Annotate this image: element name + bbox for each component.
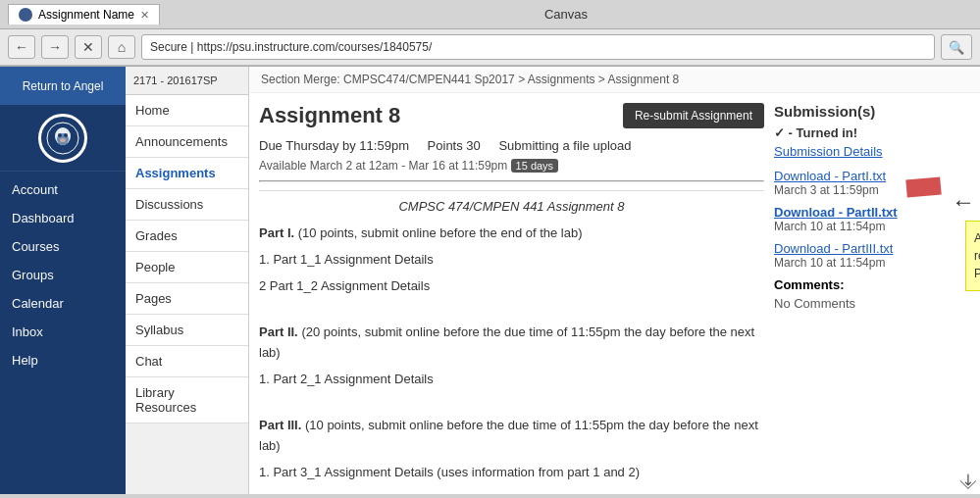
submitting-type: Submitting a file upload [498,138,631,153]
red-block-annotation [905,177,941,198]
penn-state-logo [0,106,126,172]
course-nav-announcements[interactable]: Announcements [126,126,248,158]
tab-close-button[interactable]: ✕ [140,9,149,22]
assignment-layout: Assignment 8 Re-submit Assignment Due Th… [249,93,980,494]
nav-item-account[interactable]: Account [0,175,126,204]
course-info: 2171 - 201617SP [126,67,248,95]
nav-item-groups[interactable]: Groups [0,261,126,289]
availability: Available March 2 at 12am - Mar 16 at 11… [259,159,764,173]
submission-details-link[interactable]: Submission Details [774,144,970,159]
submission-date-3: March 10 at 11:54pm [774,256,970,270]
nav-item-inbox[interactable]: Inbox [0,318,126,346]
return-to-angel-button[interactable]: Return to Angel [0,67,126,106]
search-button[interactable]: 🔍 [941,34,972,60]
course-nav-grades[interactable]: Grades [126,221,248,252]
comments-section: Comments: No Comments [774,277,970,311]
points: Points 30 [428,138,481,153]
back-button[interactable]: ← [8,35,35,59]
assignment-title: Assignment 8 [259,103,400,128]
browser-chrome: Assignment Name ✕ Canvas ← → ✕ ⌂ Secure … [0,0,980,67]
navigation-bar: ← → ✕ ⌂ Secure | https://psu.instructure… [0,29,980,66]
tab-title: Assignment Name [38,8,134,22]
svg-point-4 [64,133,68,137]
tab-favicon [19,8,32,22]
nav-item-calendar[interactable]: Calendar [0,289,126,318]
breadcrumb: Section Merge: CMPSC474/CMPEN441 Sp2017 … [249,67,980,93]
no-comments: No Comments [774,296,970,311]
submissions-box: Submission(s) ✓ - Turned in! Submission … [774,103,970,311]
arrow-indicator: ← [952,188,975,216]
due-date: Due Thursday by 11:59pm [259,138,409,153]
turned-in-status: ✓ - Turned in! [774,125,970,140]
forward-button[interactable]: → [41,35,69,59]
course-nav-chat[interactable]: Chat [126,346,248,377]
close-button[interactable]: ✕ [75,35,102,59]
assignment-meta: Due Thursday by 11:59pm Points 30 Submit… [259,138,764,153]
part3-item1: 1. Part 3_1 Assignment Details (uses inf… [259,463,764,483]
part1-item2: 2 Part 1_2 Assignment Details [259,276,764,297]
nav-item-courses[interactable]: Courses [0,232,126,261]
part2-header: Part II. (20 points, submit online befor… [259,323,764,364]
course-nav-home[interactable]: Home [126,95,248,126]
assignment-body: Part I. (10 points, submit online before… [259,224,764,483]
global-nav: Return to Angel Account Dashboard Course… [0,67,126,494]
course-nav-pages[interactable]: Pages [126,283,248,315]
download-part3-link[interactable]: Download - PartIII.txt [774,241,893,256]
home-button[interactable]: ⌂ [108,35,135,59]
course-nav-library-resources[interactable]: Library Resources [126,377,248,423]
course-nav-assignments[interactable]: Assignments [126,158,248,189]
browser-page-title: Canvas [160,7,972,22]
address-bar-input[interactable]: Secure | https://psu.instructure.com/cou… [141,34,935,60]
nav-item-help[interactable]: Help [0,346,126,374]
submission-date-2: March 10 at 11:54pm [774,220,970,233]
svg-point-5 [60,138,66,142]
part1-header: Part I. (10 points, submit online before… [259,224,764,244]
course-nav-people[interactable]: People [126,252,248,283]
course-nav-discussions[interactable]: Discussions [126,189,248,221]
annotation-area: Download - PartI.txt March 3 at 11:59pm … [774,169,970,270]
part3-header: Part III. (10 points, submit online befo… [259,416,764,457]
days-badge: 15 days [511,159,559,173]
submissions-title: Submission(s) [774,103,970,120]
part1-item1: 1. Part 1_1 Assignment Details [259,250,764,271]
assignment-subtitle: CMPSC 474/CMPEN 441 Assignment 8 [259,190,764,214]
title-bar: Assignment Name ✕ Canvas [0,0,980,29]
course-nav-syllabus[interactable]: Syllabus [126,315,248,346]
browser-tab[interactable]: Assignment Name ✕ [8,4,160,25]
main-wrapper: Return to Angel Account Dashboard Course… [0,67,980,494]
assignment-main: Assignment 8 Re-submit Assignment Due Th… [259,103,764,489]
lion-icon [45,121,80,156]
lion-circle [38,114,87,163]
svg-point-3 [58,133,62,137]
nav-item-dashboard[interactable]: Dashboard [0,204,126,232]
address-text: Secure | https://psu.instructure.com/cou… [150,40,432,54]
part2-item1: 1. Part 2_1 Assignment Details [259,370,764,390]
download-part1-link[interactable]: Download - PartI.txt [774,169,886,183]
comments-title: Comments: [774,277,970,292]
assignment-header: Assignment 8 Re-submit Assignment [259,103,764,128]
annotation-tooltip: Allow ALL submissions, inital or resubmi… [965,221,980,291]
resubmit-button[interactable]: Re-submit Assignment [623,103,764,128]
global-nav-items: Account Dashboard Courses Groups Calenda… [0,172,126,378]
download-part2-link[interactable]: Download - PartII.txt [774,205,898,220]
content-area: Section Merge: CMPSC474/CMPEN441 Sp2017 … [249,67,980,494]
course-nav: 2171 - 201617SP Home Announcements Assig… [126,67,249,494]
assignment-sidebar: Submission(s) ✓ - Turned in! Submission … [774,103,970,489]
